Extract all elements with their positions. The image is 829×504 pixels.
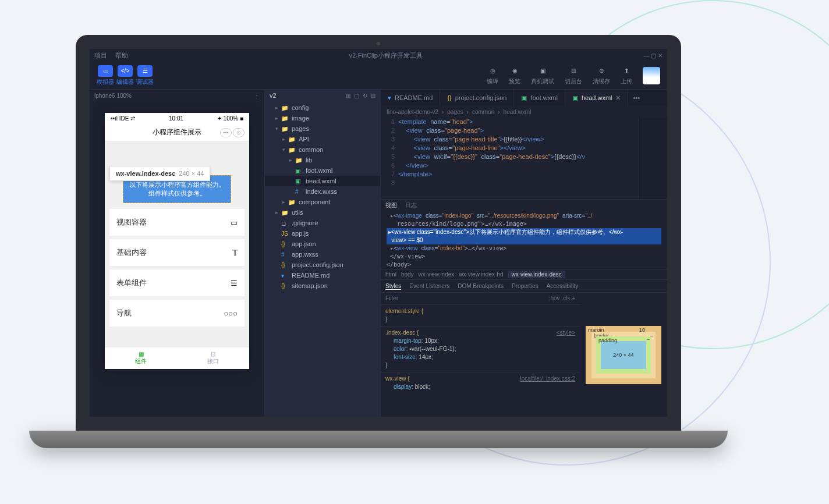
project-root: v2 [270, 92, 277, 99]
close-tab-icon[interactable]: ✕ [615, 94, 621, 102]
list-item[interactable]: 导航○○○ [109, 300, 245, 326]
tree-item-README.md[interactable]: ▾README.md [265, 270, 380, 281]
tree-item-utils[interactable]: ▸📁utils [265, 207, 380, 218]
editor-tab-project.config.json[interactable]: {}project.config.json [440, 90, 514, 106]
box-model: margin10 border– padding– 240 × 44 [580, 293, 667, 417]
dom-breadcrumb[interactable]: htmlbodywx-view.indexwx-view.index-hdwx-… [381, 269, 667, 279]
switch-bg-button[interactable]: ⊟切后台 [565, 66, 582, 86]
tree-item-image[interactable]: ▸📁image [265, 113, 380, 123]
capsule-menu[interactable]: ••• [220, 128, 232, 137]
avatar[interactable] [643, 67, 660, 84]
styles-tabs: Styles Event Listeners DOM Breakpoints P… [381, 279, 667, 292]
clear-cache-button[interactable]: ⊝清缓存 [593, 66, 610, 86]
dom-tree[interactable]: ▸<wx-image class="index-logo" src="../re… [381, 211, 667, 269]
list-item[interactable]: 基础内容𝕋 [109, 239, 245, 266]
tab-dom-bp[interactable]: DOM Breakpoints [458, 283, 504, 289]
toolbar: ▭模拟器 </>编辑器 ☰调试器 ◎编译 ◉预览 ▣真机调试 ⊟切后台 ⊝清缓存… [90, 62, 667, 90]
tree-item-.gitignore[interactable]: ◻.gitignore [265, 218, 380, 228]
tree-item-index.wxss[interactable]: #index.wxss [265, 186, 380, 197]
refresh-icon[interactable]: ↻ [363, 93, 367, 99]
tab-styles[interactable]: Styles [385, 283, 401, 290]
collapse-icon[interactable]: ⊟ [371, 93, 375, 99]
hov-toggle[interactable]: :hov [549, 294, 560, 303]
editor-tab-foot.wxml[interactable]: ▣foot.wxml [514, 90, 565, 106]
menu-project[interactable]: 项目 [94, 51, 107, 60]
editor-tab-README.md[interactable]: ▾README.md [381, 90, 440, 106]
tree-item-app.wxss[interactable]: #app.wxss [265, 249, 380, 260]
tab-props[interactable]: Properties [512, 283, 539, 289]
tab-component[interactable]: ▦组件 [105, 347, 177, 369]
devtools-tab-log[interactable]: 日志 [405, 201, 417, 210]
tree-item-project.config.json[interactable]: {}project.config.json [265, 260, 380, 270]
list-item[interactable]: 表单组件☰ [109, 269, 245, 296]
breadcrumb[interactable]: fino-applet-demo-v2›pages›common›head.wx… [381, 106, 667, 118]
capsule-close[interactable]: ⊙ [233, 128, 245, 137]
zoom-label[interactable]: 100% [116, 93, 132, 99]
devtools-tab-view[interactable]: 视图 [385, 201, 397, 210]
menubar: 项目 帮助 v2-FinClip小程序开发工具 — ▢ ✕ [90, 49, 667, 62]
tree-item-head.wxml[interactable]: ▣head.wxml [265, 176, 380, 186]
inspect-tooltip: wx-view.index-desc240 × 44 [109, 166, 210, 181]
phone-simulator[interactable]: ••ıl IDE ⇌ 10:01 ✦ 100% ■ 小程序组件展示 •••⊙ w… [105, 113, 249, 369]
list-item[interactable]: 视图容器▭ [109, 209, 245, 236]
tree-item-app.js[interactable]: JSapp.js [265, 228, 380, 239]
tree-item-common[interactable]: ▾📁common [265, 144, 380, 155]
css-panel[interactable]: Filter:hov .cls + element.style {} <styl… [381, 293, 580, 417]
tab-a11y[interactable]: Accessibility [547, 283, 578, 289]
status-signal: ••ıl IDE ⇌ [111, 115, 135, 122]
window-controls[interactable]: — ▢ ✕ [643, 52, 663, 59]
preview-button[interactable]: ◉预览 [509, 66, 520, 86]
compile-button[interactable]: ◎编译 [487, 66, 498, 86]
window-title: v2-FinClip小程序开发工具 [136, 51, 635, 60]
remote-debug-button[interactable]: ▣真机调试 [531, 66, 554, 86]
code-editor[interactable]: <template name="head"> <view class="page… [398, 118, 638, 199]
file-explorer: v2 ⊞▢↻⊟ ▸📁config▸📁image▾📁pages▸📁API▾📁com… [264, 90, 381, 417]
status-time: 10:01 [169, 115, 183, 122]
filter-input[interactable]: Filter [385, 294, 398, 303]
devtools-tabs: 视图 日志 [381, 199, 667, 211]
status-battery: ✦ 100% ■ [217, 115, 243, 122]
sim-menu-icon[interactable]: ⋮ [254, 93, 260, 99]
tree-item-config[interactable]: ▸📁config [265, 102, 380, 113]
menu-help[interactable]: 帮助 [115, 51, 128, 60]
ide-window: 项目 帮助 v2-FinClip小程序开发工具 — ▢ ✕ ▭模拟器 </>编辑… [90, 49, 667, 417]
new-file-icon[interactable]: ⊞ [346, 93, 350, 99]
tree-item-pages[interactable]: ▾📁pages [265, 123, 380, 134]
editor-panel: ▾README.md{}project.config.json▣foot.wxm… [381, 90, 667, 417]
simulator-panel: iphone6 100% ⋮ ••ıl IDE ⇌ 10:01 ✦ 100% ■… [90, 90, 264, 417]
tree-item-app.json[interactable]: {}app.json [265, 239, 380, 249]
mode-simulator[interactable]: ▭模拟器 [97, 65, 114, 86]
tab-api[interactable]: ⊡接口 [177, 347, 249, 369]
upload-button[interactable]: ⬆上传 [621, 66, 632, 86]
mode-debugger[interactable]: ☰调试器 [136, 65, 154, 86]
mode-editor[interactable]: </>编辑器 [116, 65, 134, 86]
tab-listeners[interactable]: Event Listeners [409, 283, 449, 289]
tree-item-lib[interactable]: ▸📁lib [265, 155, 380, 165]
page-title: 小程序组件展示 [153, 127, 201, 137]
minimap[interactable] [638, 118, 667, 199]
tree-item-API[interactable]: ▸📁API [265, 134, 380, 144]
new-folder-icon[interactable]: ▢ [354, 93, 359, 99]
more-tabs-icon[interactable]: ••• [628, 94, 644, 101]
tree-item-component[interactable]: ▸📁component [265, 197, 380, 207]
editor-tab-head.wxml[interactable]: ▣head.wxml✕ [565, 90, 629, 106]
line-gutter: 12345678 [381, 118, 398, 199]
device-label[interactable]: iphone6 [94, 93, 115, 99]
laptop-frame: 项目 帮助 v2-FinClip小程序开发工具 — ▢ ✕ ▭模拟器 </>编辑… [29, 35, 728, 466]
tree-item-foot.wxml[interactable]: ▣foot.wxml [265, 165, 380, 176]
tree-item-sitemap.json[interactable]: {}sitemap.json [265, 281, 380, 291]
